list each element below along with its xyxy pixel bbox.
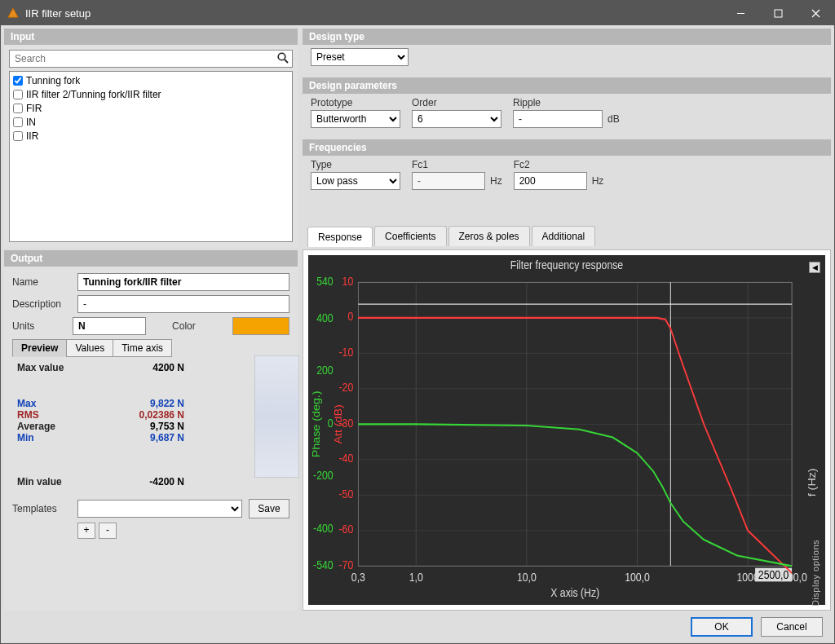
svg-text:-40: -40 xyxy=(338,452,353,465)
app-icon xyxy=(7,7,19,19)
side-panel-toggle[interactable]: ◀ xyxy=(809,262,820,273)
design-parameters-section: Design parameters Prototype Butterworth … xyxy=(303,77,831,136)
tab-response[interactable]: Response xyxy=(307,227,373,247)
cancel-button[interactable]: Cancel xyxy=(761,617,823,637)
templates-label: Templates xyxy=(12,503,71,514)
tab-values[interactable]: Values xyxy=(66,339,113,357)
prototype-label: Prototype xyxy=(311,97,400,108)
svg-point-5 xyxy=(278,53,285,60)
search-icon[interactable] xyxy=(277,52,289,66)
name-field[interactable] xyxy=(77,273,289,291)
tab-timeaxis[interactable]: Time axis xyxy=(113,339,172,357)
input-checkbox[interactable] xyxy=(13,117,23,127)
tab-additional[interactable]: Additional xyxy=(532,226,596,246)
input-checkbox[interactable] xyxy=(13,104,23,113)
order-select[interactable]: 6 xyxy=(412,110,501,128)
input-checkbox[interactable] xyxy=(13,76,23,86)
input-list[interactable]: Tunning fork IIR filter 2/Tunning fork/I… xyxy=(9,71,293,242)
design-type-header: Design type xyxy=(303,29,831,45)
svg-text:-200: -200 xyxy=(313,469,334,482)
filter-type-select[interactable]: Low pass xyxy=(311,172,400,190)
svg-text:-20: -20 xyxy=(338,382,353,395)
svg-marker-0 xyxy=(8,8,18,17)
ok-button[interactable]: OK xyxy=(691,617,753,637)
svg-text:10: 10 xyxy=(342,275,354,288)
description-field[interactable] xyxy=(77,295,289,313)
svg-text:Att (dB): Att (dB) xyxy=(333,404,344,443)
list-item[interactable]: IIR filter 2/Tunning fork/IIR filter xyxy=(11,87,290,101)
units-label: Units xyxy=(12,320,66,332)
add-template-button[interactable]: + xyxy=(77,523,95,539)
list-item[interactable]: IN xyxy=(11,115,290,129)
maximize-button[interactable] xyxy=(759,1,797,25)
preview-sparkline xyxy=(254,355,299,478)
svg-text:0,3: 0,3 xyxy=(351,571,365,584)
output-section: Output Name Description Units Color xyxy=(4,250,298,611)
filter-type-label: Type xyxy=(311,159,400,170)
stats-panel: Max value4200 N Max9,822 N RMS0,02386 N … xyxy=(17,362,285,487)
titlebar: IIR filter setup xyxy=(1,1,834,25)
svg-text:0: 0 xyxy=(347,311,353,324)
result-tabs: Response Coefficients Zeros & poles Addi… xyxy=(303,226,831,246)
input-section: Input Tunning fork IIR filter 2/Tunning … xyxy=(4,29,298,247)
svg-text:Filter frequency response: Filter frequency response xyxy=(510,258,623,271)
svg-text:200: 200 xyxy=(316,364,333,377)
fc1-field xyxy=(412,172,485,190)
chart-area[interactable]: Filter frequency response0,31,010,0100,0… xyxy=(308,255,825,605)
search-input[interactable] xyxy=(9,50,293,68)
svg-text:100,0: 100,0 xyxy=(625,571,650,584)
design-type-select[interactable]: Preset xyxy=(311,48,409,66)
svg-text:2500,0: 2500,0 xyxy=(758,568,789,581)
fc1-label: Fc1 xyxy=(412,159,502,170)
list-item[interactable]: IIR xyxy=(11,129,290,143)
window-title: IIR filter setup xyxy=(25,7,91,20)
svg-text:-540: -540 xyxy=(313,558,334,571)
chart-frame: Filter frequency response0,31,010,0100,0… xyxy=(303,249,831,611)
remove-template-button[interactable]: - xyxy=(99,523,117,539)
list-item[interactable]: FIR xyxy=(11,101,290,115)
color-picker[interactable] xyxy=(232,317,289,335)
ripple-label: Ripple xyxy=(513,97,620,108)
output-header: Output xyxy=(4,250,298,267)
prototype-select[interactable]: Butterworth xyxy=(311,110,400,128)
design-parameters-header: Design parameters xyxy=(303,77,831,94)
window: IIR filter setup Input xyxy=(0,0,835,644)
description-label: Description xyxy=(12,298,71,310)
save-button[interactable]: Save xyxy=(249,499,289,518)
fc2-field[interactable] xyxy=(514,172,587,190)
svg-text:f (Hz): f (Hz) xyxy=(806,468,818,496)
svg-text:400: 400 xyxy=(316,311,333,324)
input-checkbox[interactable] xyxy=(13,131,23,141)
fc2-label: Fc2 xyxy=(514,159,604,170)
templates-select[interactable] xyxy=(77,500,242,518)
tab-zeros-poles[interactable]: Zeros & poles xyxy=(448,226,530,246)
close-button[interactable] xyxy=(797,1,834,25)
ripple-field[interactable] xyxy=(513,110,603,128)
window-controls xyxy=(722,1,834,25)
design-type-section: Design type Preset xyxy=(303,29,831,74)
svg-line-6 xyxy=(285,60,288,63)
svg-text:-400: -400 xyxy=(313,522,334,535)
tab-preview[interactable]: Preview xyxy=(12,339,67,357)
svg-text:Phase (deg.): Phase (deg.) xyxy=(311,390,322,457)
list-item[interactable]: Tunning fork xyxy=(11,73,290,87)
units-field[interactable] xyxy=(73,317,146,335)
svg-text:-70: -70 xyxy=(338,558,353,571)
display-options-label[interactable]: Display options xyxy=(811,540,820,607)
svg-text:1,0: 1,0 xyxy=(409,571,423,584)
order-label: Order xyxy=(412,97,501,108)
svg-text:10,0: 10,0 xyxy=(517,571,537,584)
svg-text:-10: -10 xyxy=(338,346,353,359)
input-header: Input xyxy=(4,29,298,45)
svg-rect-2 xyxy=(775,10,782,17)
svg-text:-60: -60 xyxy=(338,523,353,536)
bottom-bar: OK Cancel xyxy=(1,611,834,643)
frequencies-header: Frequencies xyxy=(303,139,831,156)
svg-text:540: 540 xyxy=(316,275,333,288)
frequencies-section: Frequencies Type Low pass Fc1 Hz xyxy=(303,139,831,198)
minimize-button[interactable] xyxy=(722,1,759,25)
svg-text:X axis (Hz): X axis (Hz) xyxy=(550,587,599,600)
input-checkbox[interactable] xyxy=(13,90,23,99)
color-label: Color xyxy=(172,320,226,332)
tab-coefficients[interactable]: Coefficients xyxy=(374,226,446,246)
